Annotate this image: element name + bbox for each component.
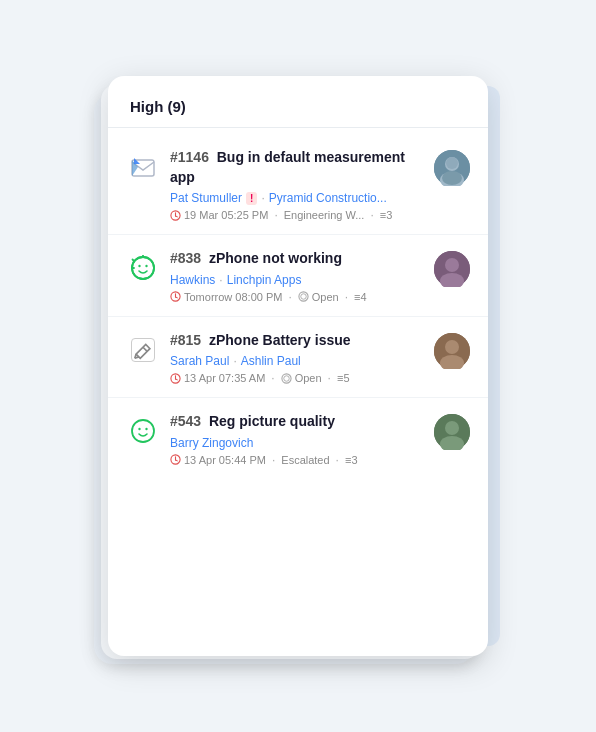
- meta-link-2[interactable]: Pyramid Constructio...: [269, 191, 387, 205]
- svg-point-34: [132, 420, 154, 442]
- email-icon: [126, 150, 160, 184]
- status-icon: Open: [298, 291, 339, 303]
- ticket-time: Tomorrow 08:00 PM: [184, 291, 282, 303]
- svg-point-35: [138, 428, 140, 430]
- ticket-status: Engineering W...: [284, 209, 365, 221]
- svg-point-29: [282, 374, 291, 383]
- smiley-green-icon: [126, 251, 160, 285]
- dot-sep: ·: [274, 208, 277, 222]
- time-info: Tomorrow 08:00 PM: [170, 291, 282, 303]
- svg-point-9: [446, 157, 458, 169]
- svg-point-10: [442, 171, 462, 185]
- ticket-title-text: zPhone not working: [209, 250, 342, 266]
- ticket-content: #838 zPhone not working Hawkins · Linchp…: [170, 249, 426, 304]
- ticket-title: #838 zPhone not working: [170, 249, 426, 269]
- ticket-title: #543 Reg picture quality: [170, 412, 426, 432]
- ticket-meta-row: Barry Zingovich: [170, 436, 426, 450]
- ticket-id: #838: [170, 250, 201, 266]
- dot-sep: ·: [272, 453, 275, 467]
- svg-point-30: [283, 376, 289, 382]
- meta-link-1[interactable]: Hawkins: [170, 273, 215, 287]
- dot-sep2: ·: [345, 290, 348, 304]
- ticket-count: ≡3: [345, 454, 358, 466]
- edit-icon: [126, 333, 160, 367]
- scene: High (9) #1146 Bug in default measuremen…: [108, 76, 488, 656]
- dot-sep: ·: [271, 371, 274, 385]
- dot-sep2: ·: [328, 371, 331, 385]
- avatar: [434, 333, 470, 369]
- ticket-id: #1146: [170, 149, 209, 165]
- dot-sep2: ·: [370, 208, 373, 222]
- main-card: High (9) #1146 Bug in default measuremen…: [108, 76, 488, 656]
- ticket-meta-row: Hawkins · Linchpin Apps: [170, 273, 426, 287]
- meta-dot: ·: [233, 354, 236, 368]
- ticket-item[interactable]: #543 Reg picture quality Barry Zingovich…: [108, 398, 488, 479]
- ticket-count: ≡4: [354, 291, 367, 303]
- edit-icon-box: [131, 338, 155, 362]
- ticket-status: Open: [312, 291, 339, 303]
- avatar: [434, 414, 470, 450]
- ticket-time: 13 Apr 07:35 AM: [184, 372, 265, 384]
- ticket-status: Escalated: [281, 454, 329, 466]
- svg-point-41: [445, 421, 459, 435]
- svg-point-21: [445, 258, 459, 272]
- ticket-title-text: zPhone Battery issue: [209, 332, 351, 348]
- ticket-count: ≡5: [337, 372, 350, 384]
- meta-badge: !: [246, 192, 257, 205]
- avatar: [434, 150, 470, 186]
- time-info: 19 Mar 05:25 PM: [170, 209, 268, 221]
- dot-sep: ·: [288, 290, 291, 304]
- meta-badge-text: !: [250, 193, 253, 204]
- svg-line-5: [176, 216, 178, 217]
- svg-point-19: [301, 294, 307, 300]
- ticket-time-row: Tomorrow 08:00 PM · Open · ≡4: [170, 290, 426, 304]
- ticket-time-row: 19 Mar 05:25 PM · Engineering W... · ≡3: [170, 208, 426, 222]
- time-info: 13 Apr 05:44 PM: [170, 454, 266, 466]
- meta-dot: ·: [219, 273, 222, 287]
- time-info: 13 Apr 07:35 AM: [170, 372, 265, 384]
- meta-link-2[interactable]: Linchpin Apps: [227, 273, 302, 287]
- svg-point-13: [145, 265, 147, 267]
- ticket-meta-row: Pat Stumuller ! · Pyramid Constructio...: [170, 191, 426, 205]
- ticket-id: #815: [170, 332, 201, 348]
- ticket-title-text: Reg picture quality: [209, 413, 335, 429]
- meta-dot: ·: [261, 191, 264, 205]
- meta-link-1[interactable]: Sarah Paul: [170, 354, 229, 368]
- ticket-content: #1146 Bug in default measurement app Pat…: [170, 148, 426, 222]
- smiley-green-icon-2: [126, 414, 160, 448]
- ticket-time-row: 13 Apr 07:35 AM · Open · ≡5: [170, 371, 426, 385]
- svg-line-39: [176, 460, 178, 461]
- avatar: [434, 251, 470, 287]
- svg-point-12: [138, 265, 140, 267]
- ticket-time: 13 Apr 05:44 PM: [184, 454, 266, 466]
- ticket-meta-row: Sarah Paul · Ashlin Paul: [170, 354, 426, 368]
- ticket-time-row: 13 Apr 05:44 PM · Escalated · ≡3: [170, 453, 426, 467]
- section-header: High (9): [108, 98, 488, 127]
- svg-point-32: [445, 340, 459, 354]
- ticket-content: #815 zPhone Battery issue Sarah Paul · A…: [170, 331, 426, 386]
- status-icon: Open: [281, 372, 322, 384]
- ticket-item[interactable]: #838 zPhone not working Hawkins · Linchp…: [108, 235, 488, 317]
- header-divider: [108, 127, 488, 128]
- ticket-status: Open: [295, 372, 322, 384]
- meta-link-2[interactable]: Ashlin Paul: [241, 354, 301, 368]
- ticket-item[interactable]: #1146 Bug in default measurement app Pat…: [108, 134, 488, 235]
- ticket-time: 19 Mar 05:25 PM: [184, 209, 268, 221]
- svg-point-36: [145, 428, 147, 430]
- svg-line-17: [176, 297, 178, 298]
- svg-point-18: [299, 292, 308, 301]
- svg-line-28: [176, 379, 178, 380]
- ticket-count: ≡3: [380, 209, 393, 221]
- ticket-title: #1146 Bug in default measurement app: [170, 148, 426, 187]
- svg-line-23: [143, 347, 147, 351]
- meta-link-1[interactable]: Pat Stumuller: [170, 191, 242, 205]
- ticket-title: #815 zPhone Battery issue: [170, 331, 426, 351]
- ticket-id: #543: [170, 413, 201, 429]
- meta-link-1[interactable]: Barry Zingovich: [170, 436, 253, 450]
- ticket-item[interactable]: #815 zPhone Battery issue Sarah Paul · A…: [108, 317, 488, 399]
- ticket-content: #543 Reg picture quality Barry Zingovich…: [170, 412, 426, 467]
- dot-sep2: ·: [336, 453, 339, 467]
